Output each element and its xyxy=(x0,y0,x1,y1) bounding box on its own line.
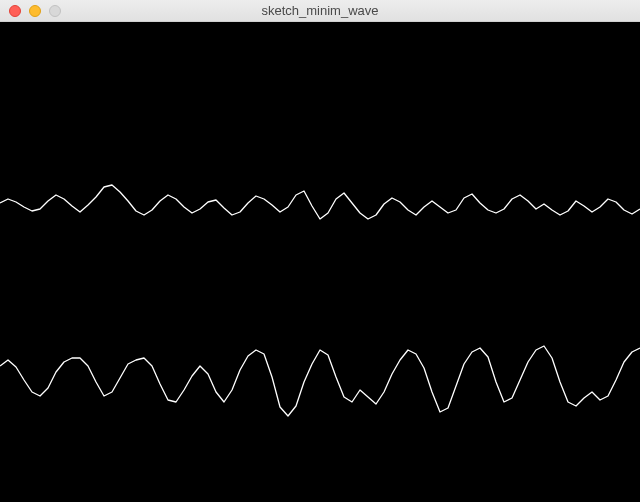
close-icon[interactable] xyxy=(9,5,21,17)
titlebar[interactable]: sketch_minim_wave xyxy=(0,0,640,22)
waveform-right xyxy=(0,22,640,502)
window-title: sketch_minim_wave xyxy=(0,0,640,22)
waveform-right-path xyxy=(0,346,640,416)
sketch-canvas xyxy=(0,22,640,502)
maximize-icon xyxy=(49,5,61,17)
minimize-icon[interactable] xyxy=(29,5,41,17)
window-controls xyxy=(0,5,61,17)
app-window: sketch_minim_wave xyxy=(0,0,640,502)
